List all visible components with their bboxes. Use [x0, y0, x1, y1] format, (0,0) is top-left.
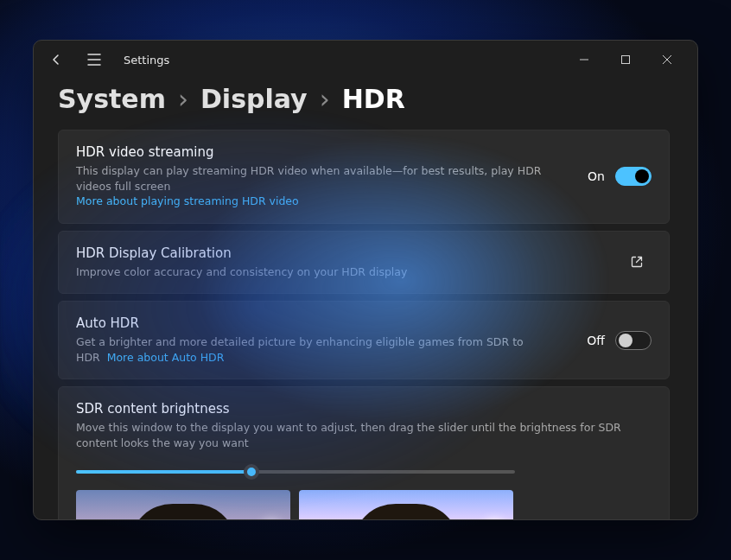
- chevron-right-icon: ›: [178, 84, 188, 114]
- nav-menu-button[interactable]: [82, 48, 106, 72]
- back-button[interactable]: [44, 48, 68, 72]
- row-text: SDR content brightness Move this window …: [76, 401, 652, 450]
- settings-window: Settings System › Display › HDR: [33, 40, 698, 520]
- svg-rect-0: [622, 56, 630, 64]
- brightness-preview-thumbnails: [76, 490, 652, 519]
- window-title: Settings: [124, 54, 169, 67]
- row-hdr-display-calibration[interactable]: HDR Display Calibration Improve color ac…: [58, 231, 670, 295]
- toggle-auto-hdr[interactable]: [615, 331, 652, 350]
- row-description: Move this window to the display you want…: [76, 420, 652, 450]
- maximize-button[interactable]: [606, 46, 645, 73]
- content-area: System › Display › HDR HDR video streami…: [34, 79, 697, 519]
- preview-sdr-thumbnail: [76, 490, 290, 519]
- toggle-hdr-video-streaming[interactable]: [615, 167, 652, 186]
- row-description: Get a brighter and more detailed picture…: [76, 334, 575, 365]
- breadcrumb-system[interactable]: System: [58, 84, 166, 114]
- row-auto-hdr: Auto HDR Get a brighter and more detaile…: [58, 301, 670, 379]
- settings-scroll-area[interactable]: HDR video streaming This display can pla…: [58, 130, 673, 519]
- row-description: Improve color accuracy and consistency o…: [76, 264, 610, 280]
- open-external-icon[interactable]: [622, 247, 652, 277]
- window-controls: [564, 46, 687, 73]
- sdr-brightness-slider[interactable]: [76, 466, 515, 478]
- breadcrumb-display[interactable]: Display: [200, 84, 308, 114]
- sdr-brightness-slider-row: [76, 466, 652, 478]
- titlebar: Settings: [34, 41, 697, 79]
- link-more-auto-hdr[interactable]: More about Auto HDR: [107, 351, 225, 364]
- row-text: Auto HDR Get a brighter and more detaile…: [76, 315, 575, 365]
- row-sdr-content-brightness: SDR content brightness Move this window …: [58, 386, 670, 519]
- toggle-state-label: On: [588, 169, 605, 183]
- toggle-group: On: [588, 167, 652, 186]
- minimize-button[interactable]: [564, 46, 604, 73]
- preview-hdr-thumbnail: [299, 490, 513, 519]
- chevron-right-icon: ›: [320, 84, 330, 114]
- row-title: HDR video streaming: [76, 144, 575, 160]
- row-description: This display can play streaming HDR vide…: [76, 163, 575, 209]
- row-title: HDR Display Calibration: [76, 245, 610, 261]
- close-button[interactable]: [647, 46, 687, 73]
- row-title: Auto HDR: [76, 315, 575, 331]
- row-title: SDR content brightness: [76, 401, 652, 417]
- row-text: HDR video streaming This display can pla…: [76, 144, 575, 209]
- toggle-state-label: Off: [587, 334, 605, 347]
- row-text: HDR Display Calibration Improve color ac…: [76, 245, 610, 280]
- toggle-group: Off: [587, 331, 652, 350]
- link-more-streaming-hdr[interactable]: More about playing streaming HDR video: [76, 194, 299, 207]
- breadcrumb-hdr: HDR: [342, 84, 405, 114]
- slider-thumb[interactable]: [244, 464, 259, 480]
- row-hdr-video-streaming: HDR video streaming This display can pla…: [58, 130, 670, 224]
- breadcrumb: System › Display › HDR: [58, 84, 673, 114]
